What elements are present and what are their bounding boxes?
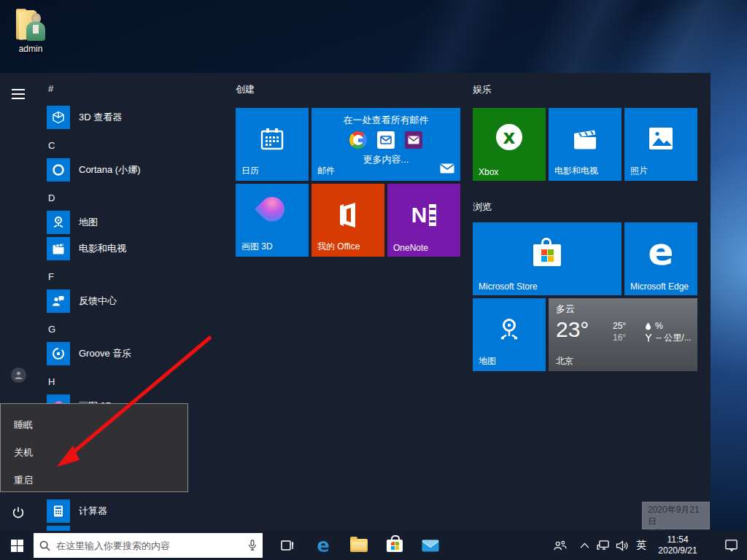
xbox-icon: x: [473, 124, 546, 150]
tile-edge[interactable]: e Microsoft Edge: [624, 222, 697, 295]
taskbar-file-explorer[interactable]: [344, 531, 374, 560]
applist-label: Cortana (小娜): [79, 163, 141, 176]
user-folder-icon: [13, 9, 48, 42]
tile-office[interactable]: 我的 Office: [311, 184, 384, 257]
tile-label: OneNote: [393, 243, 428, 253]
tile-label: 电影和电视: [554, 165, 598, 177]
groove-icon: [47, 342, 70, 365]
section-letter[interactable]: D: [48, 192, 55, 203]
section-letter[interactable]: #: [48, 83, 53, 94]
droplet-icon: [645, 322, 651, 331]
clapperboard-icon: [47, 237, 70, 260]
tile-group-title[interactable]: 娱乐: [473, 83, 492, 96]
task-view-button[interactable]: [273, 531, 302, 560]
map-pin-icon: [473, 316, 546, 343]
power-menu-shutdown[interactable]: 关机: [1, 440, 187, 465]
microphone-icon[interactable]: [248, 540, 257, 551]
taskbar-edge[interactable]: e: [309, 531, 338, 560]
clock-date: 2020/9/21: [651, 545, 705, 556]
tooltip-date: 2020年9月21日: [648, 504, 704, 527]
applist-label: 3D 查看器: [79, 111, 122, 124]
wind-direction-icon: [645, 333, 652, 343]
menu-expand-button[interactable]: [9, 85, 28, 104]
power-menu-restart[interactable]: 重启: [1, 468, 187, 493]
tile-calendar[interactable]: 日历: [236, 108, 309, 181]
applist-item-maps[interactable]: 地图: [47, 211, 225, 234]
clock-tooltip: 2020年9月21日 星期一: [642, 502, 710, 529]
edge-icon: e: [317, 536, 330, 555]
folder-icon: [350, 539, 368, 552]
network-icon: [597, 540, 611, 551]
power-menu-sleep[interactable]: 睡眠: [1, 413, 187, 438]
tile-xbox[interactable]: x Xbox: [473, 108, 546, 181]
section-letter[interactable]: C: [48, 140, 55, 151]
map-pin-icon: [47, 211, 70, 234]
tile-weather[interactable]: 多云 23° 25° 16° % -- 公里/... 北京: [549, 298, 697, 371]
applist-item-3d-viewer[interactable]: 3D 查看器: [47, 106, 225, 129]
tile-label: 日历: [241, 165, 259, 177]
tile-store[interactable]: Microsoft Store: [473, 222, 622, 295]
tray-overflow-button[interactable]: [575, 531, 594, 560]
clapperboard-icon: [549, 125, 622, 153]
tile-label: Xbox: [479, 167, 498, 177]
office-icon: [311, 201, 384, 229]
weather-condition: 多云: [556, 303, 575, 316]
tile-paint3d[interactable]: 画图 3D: [236, 184, 309, 257]
people-button[interactable]: [550, 531, 569, 560]
tile-photos[interactable]: 照片: [624, 108, 697, 181]
people-icon: [553, 540, 567, 551]
weather-city: 北京: [556, 355, 573, 368]
search-input[interactable]: [56, 540, 242, 551]
tile-maps[interactable]: 地图: [473, 298, 546, 371]
weather-low: 16°: [613, 332, 626, 343]
applist-item-movies[interactable]: 电影和电视: [47, 237, 225, 260]
mail-badge-icon: [440, 163, 454, 176]
applist-item-calculator[interactable]: 计算器: [47, 499, 225, 523]
user-account-button[interactable]: [9, 365, 28, 384]
user-icon: [11, 368, 26, 383]
photos-icon: [624, 125, 697, 152]
section-letter[interactable]: H: [48, 376, 55, 387]
weather-temp: 23°: [556, 317, 589, 342]
tile-group-title[interactable]: 创建: [236, 83, 255, 96]
tile-group-title[interactable]: 浏览: [473, 201, 492, 214]
calculator-icon: [47, 499, 70, 523]
tile-label: Microsoft Edge: [630, 281, 689, 292]
power-menu-popup: 睡眠 关机 重启: [0, 403, 188, 492]
language-indicator[interactable]: 英: [632, 531, 651, 560]
edge-icon: e: [624, 234, 697, 269]
applist-label: 计算器: [79, 505, 107, 518]
applist-item-partial[interactable]: [47, 526, 225, 531]
applist-item-cortana[interactable]: Cortana (小娜): [47, 158, 225, 182]
taskbar-mail[interactable]: [416, 531, 445, 560]
tile-onenote[interactable]: N OneNote: [387, 184, 460, 257]
tile-mail[interactable]: 在一处查看所有邮件 更多内容... 邮件: [311, 108, 460, 181]
weather-precip: %: [655, 320, 663, 332]
section-letter[interactable]: G: [48, 324, 55, 335]
weather-high: 25°: [613, 320, 626, 332]
action-center-button[interactable]: [715, 531, 747, 560]
cortana-icon: [47, 158, 70, 182]
search-icon: [39, 540, 50, 551]
applist-label: 反馈中心: [79, 295, 117, 308]
tile-movies[interactable]: 电影和电视: [549, 108, 622, 181]
section-letter[interactable]: F: [48, 271, 54, 282]
applist-item-groove[interactable]: Groove 音乐: [47, 342, 225, 365]
taskbar-search[interactable]: [34, 533, 263, 558]
power-button[interactable]: [9, 503, 28, 522]
desktop-icon-admin[interactable]: admin: [7, 9, 54, 54]
applist-item-feedback-hub[interactable]: 反馈中心: [47, 289, 225, 313]
purple-mail-icon: [405, 131, 422, 149]
applist-label: Groove 音乐: [79, 347, 131, 360]
taskbar: e 英 11:54 2020/9/21: [0, 531, 747, 560]
start-button[interactable]: [0, 531, 34, 560]
volume-button[interactable]: [613, 531, 632, 560]
mail-icon: [422, 540, 439, 552]
onenote-icon: N: [387, 203, 460, 228]
feedback-icon: [47, 289, 70, 313]
taskbar-clock[interactable]: 11:54 2020/9/21: [651, 534, 705, 556]
tile-label: 画图 3D: [241, 241, 273, 253]
taskbar-store[interactable]: [380, 531, 409, 560]
tile-label: Microsoft Store: [479, 281, 538, 292]
network-button[interactable]: [594, 531, 613, 560]
